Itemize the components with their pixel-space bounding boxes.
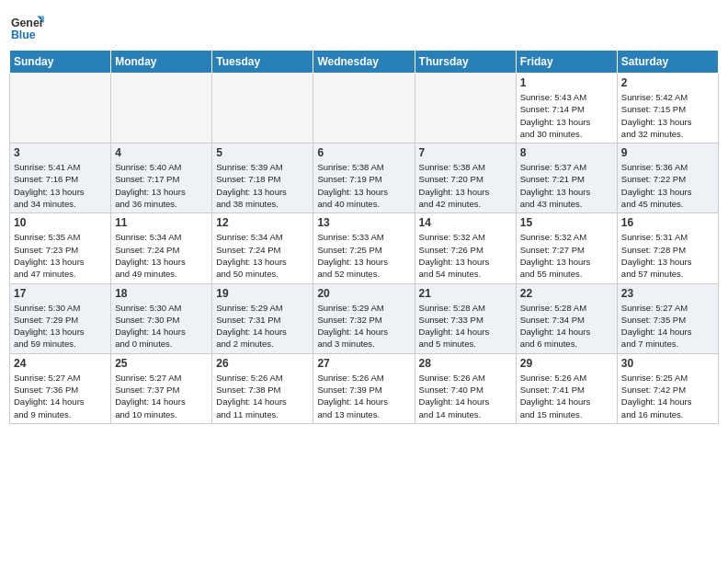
- day-info-line: and 36 minutes.: [115, 199, 177, 209]
- day-info-line: and 7 minutes.: [621, 339, 678, 349]
- day-number: 7: [419, 146, 512, 159]
- day-info-line: Sunset: 7:39 PM: [317, 385, 381, 395]
- day-info-line: Sunset: 7:27 PM: [520, 245, 585, 255]
- day-number: 22: [520, 287, 613, 300]
- day-info: Sunrise: 5:31 AMSunset: 7:28 PMDaylight:…: [621, 231, 714, 280]
- day-info-line: Sunrise: 5:33 AM: [317, 232, 383, 242]
- day-cell: 22Sunrise: 5:28 AMSunset: 7:34 PMDayligh…: [516, 283, 617, 353]
- day-info: Sunrise: 5:39 AMSunset: 7:18 PMDaylight:…: [216, 161, 309, 210]
- svg-text:General: General: [11, 17, 44, 29]
- day-info: Sunrise: 5:28 AMSunset: 7:33 PMDaylight:…: [419, 302, 512, 350]
- day-info-line: Sunrise: 5:43 AM: [520, 92, 586, 102]
- day-number: 5: [216, 146, 309, 159]
- day-cell: [313, 74, 415, 144]
- day-info-line: Sunset: 7:23 PM: [14, 245, 78, 255]
- day-info-line: Sunrise: 5:26 AM: [419, 373, 485, 383]
- day-info: Sunrise: 5:42 AMSunset: 7:15 PMDaylight:…: [621, 91, 714, 140]
- day-cell: 26Sunrise: 5:26 AMSunset: 7:38 PMDayligh…: [212, 353, 313, 423]
- day-cell: 2Sunrise: 5:42 AMSunset: 7:15 PMDaylight…: [617, 74, 718, 144]
- day-info-line: Sunrise: 5:42 AM: [621, 92, 688, 102]
- day-cell: 20Sunrise: 5:29 AMSunset: 7:32 PMDayligh…: [313, 283, 415, 353]
- day-info-line: Sunrise: 5:27 AM: [621, 303, 688, 313]
- day-info-line: and 52 minutes.: [317, 269, 380, 279]
- day-info: Sunrise: 5:40 AMSunset: 7:17 PMDaylight:…: [115, 161, 208, 210]
- day-info-line: Sunset: 7:18 PM: [216, 174, 280, 184]
- day-info-line: Daylight: 13 hours: [216, 257, 287, 267]
- day-info-line: Daylight: 14 hours: [115, 396, 186, 407]
- day-info-line: Sunrise: 5:40 AM: [115, 162, 181, 172]
- day-cell: 21Sunrise: 5:28 AMSunset: 7:33 PMDayligh…: [415, 283, 516, 353]
- day-number: 27: [317, 357, 410, 370]
- day-info: Sunrise: 5:27 AMSunset: 7:37 PMDaylight:…: [115, 372, 208, 420]
- day-info-line: and 30 minutes.: [520, 129, 583, 139]
- day-info-line: Sunset: 7:34 PM: [520, 315, 585, 325]
- day-cell: 18Sunrise: 5:30 AMSunset: 7:30 PMDayligh…: [111, 283, 212, 353]
- day-info: Sunrise: 5:29 AMSunset: 7:32 PMDaylight:…: [317, 302, 410, 350]
- day-cell: 4Sunrise: 5:40 AMSunset: 7:17 PMDaylight…: [111, 144, 212, 213]
- day-number: 24: [14, 357, 107, 370]
- day-info-line: Sunrise: 5:26 AM: [317, 373, 383, 383]
- day-info-line: Sunrise: 5:39 AM: [216, 162, 282, 172]
- day-info-line: Sunset: 7:30 PM: [115, 315, 179, 325]
- day-info-line: Sunset: 7:15 PM: [621, 104, 686, 114]
- day-info: Sunrise: 5:27 AMSunset: 7:35 PMDaylight:…: [621, 302, 714, 350]
- day-cell: 25Sunrise: 5:27 AMSunset: 7:37 PMDayligh…: [111, 353, 212, 423]
- day-info-line: Daylight: 14 hours: [419, 327, 490, 337]
- calendar-table: SundayMondayTuesdayWednesdayThursdayFrid…: [9, 50, 719, 424]
- day-cell: 12Sunrise: 5:34 AMSunset: 7:24 PMDayligh…: [212, 213, 313, 283]
- day-info: Sunrise: 5:36 AMSunset: 7:22 PMDaylight:…: [621, 161, 714, 210]
- day-info-line: Sunrise: 5:25 AM: [621, 373, 688, 383]
- day-info-line: and 5 minutes.: [419, 339, 476, 349]
- day-info-line: and 40 minutes.: [317, 199, 380, 209]
- day-info-line: Sunrise: 5:26 AM: [216, 373, 282, 383]
- day-cell: 11Sunrise: 5:34 AMSunset: 7:24 PMDayligh…: [111, 213, 212, 283]
- day-cell: 30Sunrise: 5:25 AMSunset: 7:42 PMDayligh…: [617, 353, 718, 423]
- day-info-line: Sunrise: 5:37 AM: [520, 162, 586, 172]
- week-row-5: 24Sunrise: 5:27 AMSunset: 7:36 PMDayligh…: [10, 353, 719, 423]
- day-info-line: Daylight: 13 hours: [317, 187, 388, 197]
- day-info: Sunrise: 5:26 AMSunset: 7:41 PMDaylight:…: [520, 372, 613, 420]
- day-cell: 6Sunrise: 5:38 AMSunset: 7:19 PMDaylight…: [313, 144, 415, 213]
- day-cell: 10Sunrise: 5:35 AMSunset: 7:23 PMDayligh…: [10, 213, 111, 283]
- day-info-line: Daylight: 14 hours: [216, 327, 287, 337]
- day-cell: 19Sunrise: 5:29 AMSunset: 7:31 PMDayligh…: [212, 283, 313, 353]
- day-info-line: Sunset: 7:24 PM: [216, 245, 280, 255]
- day-info-line: Sunset: 7:32 PM: [317, 315, 381, 325]
- day-info-line: and 14 minutes.: [419, 409, 482, 419]
- day-cell: 16Sunrise: 5:31 AMSunset: 7:28 PMDayligh…: [617, 213, 718, 283]
- day-number: 28: [419, 357, 512, 370]
- day-info: Sunrise: 5:30 AMSunset: 7:30 PMDaylight:…: [115, 302, 208, 350]
- day-info-line: Sunset: 7:20 PM: [419, 174, 483, 184]
- day-info: Sunrise: 5:34 AMSunset: 7:24 PMDaylight:…: [115, 231, 208, 280]
- day-cell: [212, 74, 313, 144]
- day-info-line: and 38 minutes.: [216, 199, 279, 209]
- page-header: General Blue: [9, 9, 719, 44]
- day-info-line: and 54 minutes.: [419, 269, 482, 279]
- day-number: 6: [317, 146, 410, 159]
- day-info-line: and 2 minutes.: [216, 339, 273, 349]
- day-cell: 13Sunrise: 5:33 AMSunset: 7:25 PMDayligh…: [313, 213, 415, 283]
- weekday-tuesday: Tuesday: [212, 51, 313, 74]
- day-info-line: Sunset: 7:21 PM: [520, 174, 585, 184]
- day-info-line: Sunset: 7:14 PM: [520, 104, 585, 114]
- day-info: Sunrise: 5:28 AMSunset: 7:34 PMDaylight:…: [520, 302, 613, 350]
- day-info-line: Sunrise: 5:38 AM: [317, 162, 383, 172]
- day-info-line: Sunrise: 5:34 AM: [115, 232, 181, 242]
- day-info-line: Daylight: 13 hours: [216, 187, 287, 197]
- day-cell: 27Sunrise: 5:26 AMSunset: 7:39 PMDayligh…: [313, 353, 415, 423]
- day-info-line: Daylight: 14 hours: [115, 327, 186, 337]
- day-cell: 1Sunrise: 5:43 AMSunset: 7:14 PMDaylight…: [516, 74, 617, 144]
- day-info-line: Sunset: 7:17 PM: [115, 174, 179, 184]
- day-info-line: Sunset: 7:37 PM: [115, 385, 179, 395]
- day-number: 26: [216, 357, 309, 370]
- day-info-line: and 10 minutes.: [115, 409, 177, 419]
- day-info: Sunrise: 5:37 AMSunset: 7:21 PMDaylight:…: [520, 161, 613, 210]
- day-info-line: and 57 minutes.: [621, 269, 684, 279]
- day-info-line: Daylight: 13 hours: [115, 257, 186, 267]
- day-info-line: and 47 minutes.: [14, 269, 76, 279]
- day-info-line: Sunset: 7:24 PM: [115, 245, 179, 255]
- day-info-line: and 43 minutes.: [520, 199, 583, 209]
- day-info-line: Sunrise: 5:35 AM: [14, 232, 80, 242]
- day-info-line: Sunset: 7:33 PM: [419, 315, 483, 325]
- day-info: Sunrise: 5:35 AMSunset: 7:23 PMDaylight:…: [14, 231, 107, 280]
